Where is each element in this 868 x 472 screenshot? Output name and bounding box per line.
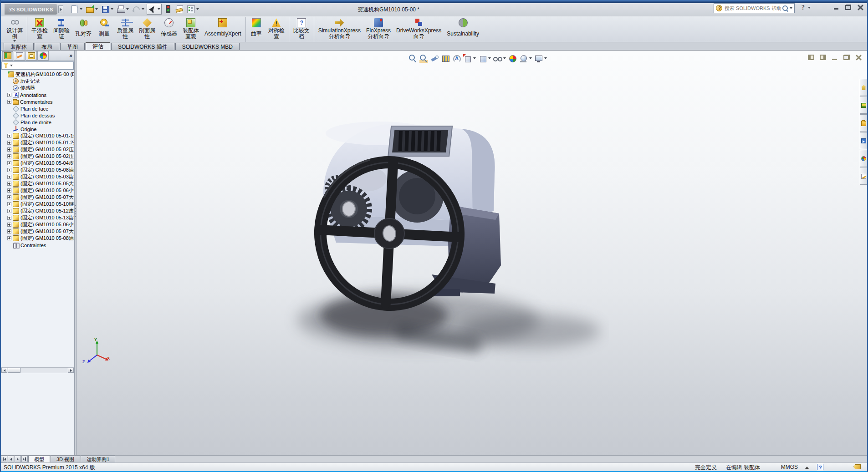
tree-item[interactable]: (固定) GM1010 05-10链轮: [1, 201, 74, 208]
tree-item[interactable]: 历史记录: [1, 78, 74, 85]
tree-item[interactable]: (固定) GM1010 05-01-1变: [1, 132, 74, 139]
tree-item[interactable]: Contraintes: [1, 242, 74, 249]
expand-toggle-icon[interactable]: [7, 223, 11, 227]
sensors-button[interactable]: 传感器: [158, 17, 180, 42]
tab-motion-study[interactable]: 运动算例1: [81, 456, 115, 462]
tree-item[interactable]: 传感器: [1, 85, 74, 91]
expand-toggle-icon[interactable]: [7, 175, 11, 179]
view-tool-button[interactable]: [463, 54, 476, 63]
floxpress-button[interactable]: FloXpress 分析向导: [363, 17, 393, 42]
view-tool-button[interactable]: [519, 54, 532, 63]
tree-item[interactable]: (固定) GM1010 05-06小齿: [1, 221, 74, 228]
expand-toggle-icon[interactable]: [7, 154, 11, 158]
panel-tab[interactable]: [26, 51, 37, 61]
expand-toggle-icon[interactable]: [7, 93, 11, 97]
tree-item[interactable]: Annotations: [1, 91, 74, 98]
tab-solidworks-addins[interactable]: SOLIDWORKS 插件: [111, 43, 174, 50]
dropdown-arrow-icon[interactable]: [488, 57, 491, 59]
dropdown-arrow-icon[interactable]: [80, 8, 82, 10]
restore-button[interactable]: [845, 5, 851, 10]
tree-item[interactable]: (固定) GM1010 05-07大齿: [1, 228, 74, 235]
search-icon[interactable]: [782, 5, 788, 11]
sustainability-button[interactable]: Sustainability: [444, 17, 482, 42]
view-tool-button[interactable]: [493, 54, 506, 63]
doc-control-button[interactable]: [820, 54, 826, 62]
assembly-visualization-button[interactable]: 装配体 直观: [180, 17, 202, 42]
quick-tool-button[interactable]: [116, 4, 130, 15]
quick-tool-button[interactable]: [100, 4, 114, 15]
help-button[interactable]: [800, 4, 811, 11]
model-3d-view[interactable]: [281, 105, 609, 378]
tree-filter-bar[interactable]: [1, 61, 74, 70]
dropdown-arrow-icon[interactable]: [95, 8, 98, 10]
tree-item[interactable]: (固定) GM1010 05-13齿轮: [1, 214, 74, 221]
task-pane-tab[interactable]: [860, 79, 867, 96]
expand-toggle-icon[interactable]: [7, 209, 11, 213]
expand-toggle-icon[interactable]: [7, 195, 11, 199]
search-dropdown-icon[interactable]: [790, 7, 792, 9]
tree-horizontal-scrollbar[interactable]: [1, 367, 74, 373]
hole-align-button[interactable]: 孔对齐: [72, 17, 94, 42]
section-properties-button[interactable]: 剖面属 性: [136, 17, 158, 42]
design-study-button[interactable]: 设计算 例: [4, 17, 26, 42]
doc-control-button[interactable]: [832, 54, 838, 62]
expand-toggle-icon[interactable]: [7, 100, 11, 104]
tree-item[interactable]: (固定) GM1010 05-02压盖: [1, 153, 74, 160]
prev-tab-button[interactable]: [8, 456, 14, 462]
task-pane-tab[interactable]: [860, 96, 867, 114]
tab-layout[interactable]: 布局: [35, 43, 59, 50]
scroll-left-button[interactable]: [1, 368, 7, 373]
tab-sketch[interactable]: 草图: [60, 43, 85, 50]
tree-item[interactable]: (固定) GM1010 05-05大齿: [1, 180, 74, 187]
tree-item[interactable]: (固定) GM1010 05-07大齿: [1, 194, 74, 201]
task-pane-tab[interactable]: [860, 114, 867, 132]
symmetry-check-button[interactable]: 对称检 查: [266, 17, 287, 42]
scrollbar-thumb[interactable]: [8, 368, 20, 373]
tree-item[interactable]: (固定) GM1010 05-06小齿: [1, 187, 74, 194]
assemblyxpert-button[interactable]: AssemblyXpert: [202, 17, 244, 42]
first-tab-button[interactable]: [1, 456, 7, 462]
tree-item[interactable]: Plan de droite: [1, 119, 74, 126]
simulationxpress-button[interactable]: SimulationXpress 分析向导: [314, 17, 363, 42]
view-tool-button[interactable]: [478, 54, 491, 63]
tab-3d-views[interactable]: 3D 视图: [51, 456, 80, 462]
expand-toggle-icon[interactable]: [7, 141, 11, 145]
view-tool-button[interactable]: [534, 54, 547, 63]
dropdown-arrow-icon[interactable]: [529, 57, 532, 59]
search-box[interactable]: [714, 3, 795, 13]
tree-item[interactable]: Commentaires: [1, 98, 74, 105]
tag-icon[interactable]: [853, 464, 861, 469]
tab-evaluate[interactable]: 评估: [86, 42, 110, 50]
interference-check-button[interactable]: 干涉检 查: [27, 17, 51, 42]
units-selector[interactable]: MMGS: [781, 464, 798, 470]
status-help-icon[interactable]: [817, 464, 823, 470]
tree-item[interactable]: (固定) GM1010 05-08油封: [1, 167, 74, 173]
expand-toggle-icon[interactable]: [7, 134, 11, 138]
expand-toggle-icon[interactable]: [7, 161, 11, 165]
task-pane-tab[interactable]: [860, 132, 867, 149]
tree-item[interactable]: Plan de dessus: [1, 112, 74, 119]
panel-overflow-chevron[interactable]: »: [69, 51, 72, 60]
mass-properties-button[interactable]: 质量属 性: [114, 17, 136, 42]
tree-item[interactable]: (固定) GM1010 05-12皮带: [1, 208, 74, 214]
view-tool-button[interactable]: [441, 54, 450, 63]
dropdown-arrow-icon[interactable]: [473, 57, 476, 59]
tree-item[interactable]: (固定) GM1010 05-03齿轮: [1, 173, 74, 180]
tab-solidworks-mbd[interactable]: SOLIDWORKS MBD: [175, 43, 240, 50]
expand-toggle-icon[interactable]: [7, 182, 11, 186]
dropdown-arrow-icon[interactable]: [544, 57, 547, 59]
graphics-viewport[interactable]: Y X Z: [77, 51, 867, 455]
view-tool-button[interactable]: [452, 54, 461, 63]
measure-button[interactable]: 测量: [94, 17, 114, 42]
compare-documents-button[interactable]: 比较文 档: [289, 17, 312, 42]
panel-tab[interactable]: [14, 51, 25, 61]
dropdown-arrow-icon[interactable]: [503, 57, 506, 59]
scroll-right-button[interactable]: [68, 368, 74, 373]
dropdown-arrow-icon[interactable]: [13, 40, 16, 42]
menu-expand-button[interactable]: [58, 5, 63, 13]
close-button[interactable]: [858, 5, 863, 10]
clearance-verify-button[interactable]: 间隙验 证: [51, 17, 72, 42]
view-tool-button[interactable]: [508, 54, 517, 63]
tree-item[interactable]: (固定) GM1010 05-01-2变: [1, 139, 74, 146]
expand-toggle-icon[interactable]: [7, 216, 11, 220]
